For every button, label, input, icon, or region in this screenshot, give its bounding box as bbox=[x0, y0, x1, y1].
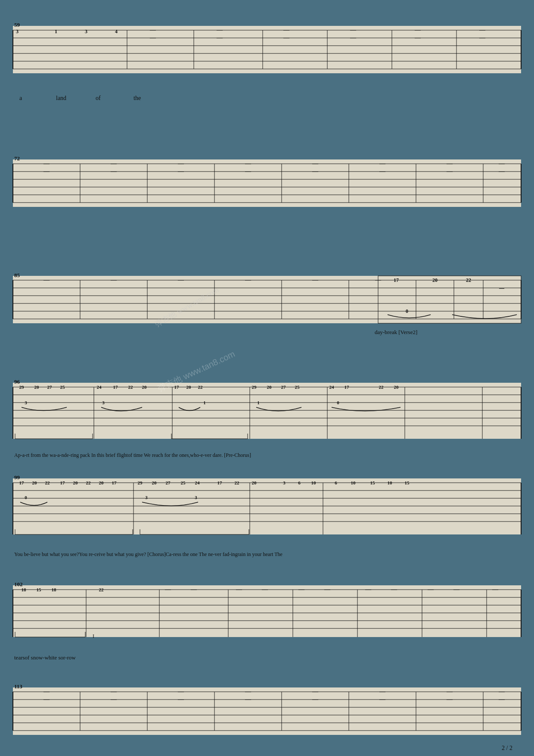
svg-text:1: 1 bbox=[257, 400, 260, 405]
svg-text:—: — bbox=[312, 160, 319, 167]
svg-text:113: 113 bbox=[14, 683, 22, 690]
svg-text:59: 59 bbox=[14, 22, 20, 28]
svg-text:3: 3 bbox=[25, 400, 27, 405]
svg-text:—: — bbox=[245, 168, 251, 175]
svg-text:24: 24 bbox=[97, 384, 102, 390]
svg-text:29: 29 bbox=[252, 384, 257, 390]
svg-text:10: 10 bbox=[311, 480, 317, 485]
svg-text:17: 17 bbox=[112, 480, 117, 485]
svg-text:—: — bbox=[177, 160, 184, 167]
svg-text:25: 25 bbox=[181, 480, 186, 485]
svg-text:of: of bbox=[96, 95, 101, 101]
svg-rect-232 bbox=[13, 687, 521, 735]
svg-text:22: 22 bbox=[466, 277, 471, 283]
svg-text:22: 22 bbox=[99, 587, 104, 592]
svg-text:—: — bbox=[379, 168, 386, 175]
svg-text:—: — bbox=[312, 277, 319, 283]
svg-text:—: — bbox=[379, 688, 386, 695]
svg-rect-35 bbox=[13, 159, 521, 207]
svg-rect-196 bbox=[13, 585, 521, 637]
svg-text:—: — bbox=[446, 696, 453, 703]
svg-text:17: 17 bbox=[394, 277, 399, 283]
svg-text:—: — bbox=[149, 34, 156, 41]
svg-rect-0 bbox=[0, 0, 534, 756]
svg-text:—: — bbox=[283, 34, 290, 41]
lyrics-96: Ap-a-rt from the wa-a-nde-ring pack In t… bbox=[14, 452, 251, 458]
svg-text:—: — bbox=[446, 688, 453, 695]
svg-text:—: — bbox=[498, 168, 505, 175]
svg-text:—: — bbox=[43, 277, 50, 283]
svg-text:—: — bbox=[298, 586, 305, 593]
svg-text:—: — bbox=[245, 696, 251, 703]
svg-text:—: — bbox=[312, 688, 319, 695]
svg-text:25: 25 bbox=[295, 384, 300, 390]
svg-text:17: 17 bbox=[345, 384, 350, 390]
svg-rect-104 bbox=[13, 383, 521, 439]
svg-text:102: 102 bbox=[14, 581, 23, 587]
svg-text:15: 15 bbox=[370, 480, 376, 485]
svg-text:0: 0 bbox=[406, 308, 408, 314]
svg-text:I: I bbox=[93, 633, 94, 639]
svg-text:—: — bbox=[498, 688, 505, 695]
svg-text:25: 25 bbox=[60, 384, 65, 390]
svg-text:—: — bbox=[453, 586, 460, 593]
svg-text:0: 0 bbox=[25, 495, 27, 500]
svg-text:20: 20 bbox=[152, 480, 157, 485]
svg-text:27: 27 bbox=[166, 480, 171, 485]
svg-text:—: — bbox=[379, 160, 386, 167]
svg-text:—: — bbox=[177, 688, 184, 695]
svg-text:—: — bbox=[110, 160, 117, 167]
annotation-daybreak: day-break [Verse2] bbox=[375, 329, 417, 335]
svg-text:20: 20 bbox=[142, 384, 147, 390]
svg-text:—: — bbox=[177, 696, 184, 703]
svg-text:17: 17 bbox=[217, 480, 223, 485]
svg-text:—: — bbox=[498, 160, 505, 167]
svg-text:22: 22 bbox=[235, 480, 240, 485]
lyrics-59: a bbox=[19, 95, 22, 101]
svg-text:20: 20 bbox=[394, 384, 399, 390]
svg-text:—: — bbox=[312, 696, 319, 703]
svg-text:3: 3 bbox=[102, 400, 105, 405]
svg-text:1: 1 bbox=[203, 400, 206, 405]
svg-rect-81 bbox=[378, 276, 521, 323]
svg-text:—: — bbox=[414, 27, 421, 33]
svg-text:17: 17 bbox=[19, 480, 25, 485]
svg-text:—: — bbox=[414, 34, 421, 41]
svg-text:3: 3 bbox=[85, 28, 87, 34]
svg-text:—: — bbox=[350, 27, 357, 33]
svg-text:96: 96 bbox=[14, 378, 20, 385]
svg-text:20: 20 bbox=[186, 384, 192, 390]
svg-text:24: 24 bbox=[329, 384, 335, 390]
svg-text:22: 22 bbox=[198, 384, 203, 390]
svg-text:—: — bbox=[216, 34, 223, 41]
svg-text:—: — bbox=[149, 27, 156, 33]
svg-text:—: — bbox=[283, 27, 290, 33]
svg-text:—: — bbox=[312, 168, 319, 175]
svg-text:—: — bbox=[391, 586, 397, 593]
svg-text:27: 27 bbox=[281, 384, 286, 390]
svg-text:—: — bbox=[498, 696, 505, 703]
svg-text:3: 3 bbox=[195, 495, 197, 500]
svg-text:—: — bbox=[216, 27, 223, 33]
svg-text:—: — bbox=[245, 277, 251, 283]
svg-text:27: 27 bbox=[47, 384, 53, 390]
svg-text:99: 99 bbox=[14, 474, 20, 481]
svg-text:—: — bbox=[43, 688, 50, 695]
svg-text:17: 17 bbox=[113, 384, 118, 390]
svg-text:—: — bbox=[324, 586, 331, 593]
svg-text:—: — bbox=[165, 586, 171, 593]
svg-text:10: 10 bbox=[351, 480, 356, 485]
svg-text:—: — bbox=[110, 168, 117, 175]
svg-text:6: 6 bbox=[298, 480, 301, 485]
svg-text:—: — bbox=[236, 586, 242, 593]
svg-text:—: — bbox=[350, 34, 357, 41]
svg-text:—: — bbox=[190, 586, 197, 593]
svg-text:—: — bbox=[245, 160, 251, 167]
svg-text:20: 20 bbox=[252, 480, 257, 485]
svg-text:15: 15 bbox=[37, 587, 42, 592]
svg-text:20: 20 bbox=[73, 480, 78, 485]
svg-text:—: — bbox=[492, 586, 499, 593]
svg-text:29: 29 bbox=[19, 384, 25, 390]
svg-text:17: 17 bbox=[60, 480, 65, 485]
svg-text:—: — bbox=[245, 688, 251, 695]
